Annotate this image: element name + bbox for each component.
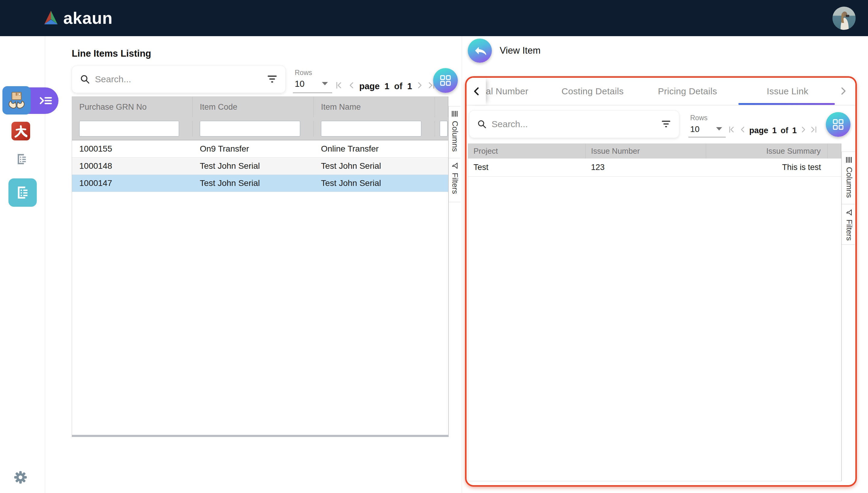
app-sidebar [0, 36, 45, 493]
page-total: 1 [407, 81, 412, 91]
page-total: 1 [793, 126, 797, 135]
prev-page-button[interactable] [739, 125, 745, 136]
table-row[interactable]: Test 123 This is test [468, 158, 841, 177]
cell-issue-number: 123 [586, 158, 706, 176]
columns-strip-tab[interactable]: Columns [449, 106, 460, 158]
chevron-down-icon[interactable] [322, 82, 328, 85]
user-avatar[interactable] [832, 7, 855, 30]
tab-pricing-details[interactable]: Pricing Details [658, 78, 717, 105]
rows-per-page-select[interactable]: 10 [295, 79, 304, 89]
column-header[interactable]: Project [468, 144, 586, 158]
back-arrow-icon [474, 44, 486, 57]
table-header-row: Purchase GRN No Item Code Item Name [72, 97, 448, 117]
tab-bar: al Number Costing Details Pricing Detail… [466, 78, 855, 105]
chevron-down-icon[interactable] [716, 127, 722, 130]
column-header[interactable]: Item Code [193, 97, 314, 117]
first-page-button[interactable] [335, 81, 343, 92]
last-page-button[interactable] [811, 125, 818, 136]
table-side-strip: Columns Filters [842, 152, 855, 481]
filter-funnel-icon [846, 209, 853, 216]
gear-icon [13, 470, 28, 485]
rows-per-page-select[interactable]: 10 [690, 125, 699, 134]
cell-item-code: Test John Serial [193, 157, 314, 174]
back-button[interactable] [468, 39, 492, 63]
filters-strip-tab[interactable]: Filters [842, 204, 855, 245]
column-filter-input[interactable] [321, 121, 421, 136]
tabs-scroll-right-button[interactable] [840, 86, 847, 97]
filter-list-icon[interactable] [661, 120, 671, 128]
chevron-right-icon [40, 98, 43, 104]
column-header[interactable]: Issue Number [586, 144, 706, 158]
filter-list-icon[interactable] [267, 75, 278, 84]
search-icon [80, 74, 90, 84]
cell-item-code: On9 Transfer [193, 141, 314, 157]
page-label: page [749, 126, 768, 135]
table-filter-row [72, 117, 448, 141]
page-current: 1 [772, 126, 777, 135]
columns-bars-icon [452, 111, 458, 117]
grid-view-button[interactable] [433, 68, 458, 93]
tab-costing-details[interactable]: Costing Details [562, 78, 624, 105]
cell-purchase-grn-no: 1000148 [72, 157, 193, 174]
filters-strip-tab[interactable]: Filters [449, 158, 460, 202]
chevron-right-icon [840, 86, 847, 96]
grid-icon [440, 75, 451, 86]
grid-view-button[interactable] [826, 112, 850, 137]
pagination: page 1 of 1 [335, 81, 436, 92]
sidebar-item-line-items[interactable] [8, 178, 37, 207]
table-header-row: Project Issue Number Issue Summary [468, 144, 841, 158]
column-header[interactable]: Issue Summary [706, 144, 828, 158]
column-filter-input[interactable] [440, 121, 448, 136]
sidebar-item-brand-da[interactable] [12, 122, 30, 141]
page-of-label: of [394, 81, 403, 91]
column-header[interactable]: Purchase GRN No [72, 97, 193, 117]
columns-bars-icon [846, 157, 853, 163]
search-input[interactable] [492, 119, 661, 129]
chevron-left-icon [472, 86, 480, 97]
first-page-button[interactable] [728, 125, 735, 136]
page-current: 1 [385, 81, 389, 91]
column-header-truncated [435, 97, 448, 117]
tab-issue-link-active[interactable]: Issue Link [767, 78, 808, 105]
search-icon [477, 119, 487, 129]
cell-purchase-grn-no: 1000155 [72, 141, 193, 157]
column-filter-input[interactable] [200, 121, 300, 136]
rows-select-underline [293, 92, 332, 93]
view-item-card: al Number Costing Details Pricing Detail… [465, 76, 857, 487]
next-page-button[interactable] [801, 125, 807, 136]
hands-holding-box-icon [7, 90, 26, 110]
column-header[interactable]: Item Name [314, 97, 435, 117]
panel-divider [462, 36, 462, 493]
brand-name: akaun [63, 8, 113, 28]
search-input[interactable] [95, 74, 267, 84]
table-row[interactable]: 1000148 Test John Serial Test John Seria… [72, 157, 448, 175]
cell-item-name: Test John Serial [314, 175, 435, 192]
sidebar-item-documents[interactable] [15, 152, 28, 167]
column-header-truncated [828, 144, 841, 158]
columns-strip-tab[interactable]: Columns [842, 152, 855, 204]
table-row-selected[interactable]: 1000147 Test John Serial Test John Seria… [72, 175, 448, 192]
tab-serial-number[interactable]: al Number [486, 78, 528, 105]
rows-label: Rows [690, 114, 708, 122]
cell-purchase-grn-no: 1000147 [72, 175, 193, 192]
next-page-button[interactable] [417, 81, 424, 92]
filters-strip-label: Filters [450, 173, 460, 194]
tabs-scroll-left-button[interactable] [466, 78, 486, 105]
sidebar-item-inventory[interactable] [2, 86, 31, 114]
prev-page-button[interactable] [348, 81, 354, 92]
table-row[interactable]: 1000155 On9 Transfer Online Transfer [72, 141, 448, 157]
column-filter-input[interactable] [79, 121, 179, 136]
cell-item-code: Test John Serial [193, 175, 314, 192]
issue-link-table: Project Issue Number Issue Summary Test … [468, 144, 842, 481]
cell-item-name: Online Transfer [314, 141, 435, 157]
cell-project: Test [468, 158, 586, 176]
filters-strip-label: Filters [845, 219, 854, 241]
page-of-label: of [781, 126, 788, 135]
settings-button[interactable] [13, 470, 28, 486]
line-items-table: Purchase GRN No Item Code Item Name 1000… [72, 97, 449, 437]
cell-issue-summary: This is test [706, 158, 828, 176]
page-label: page [359, 81, 380, 91]
line-items-search [72, 65, 286, 93]
columns-strip-label: Columns [450, 121, 460, 152]
document-list-icon [15, 152, 28, 166]
